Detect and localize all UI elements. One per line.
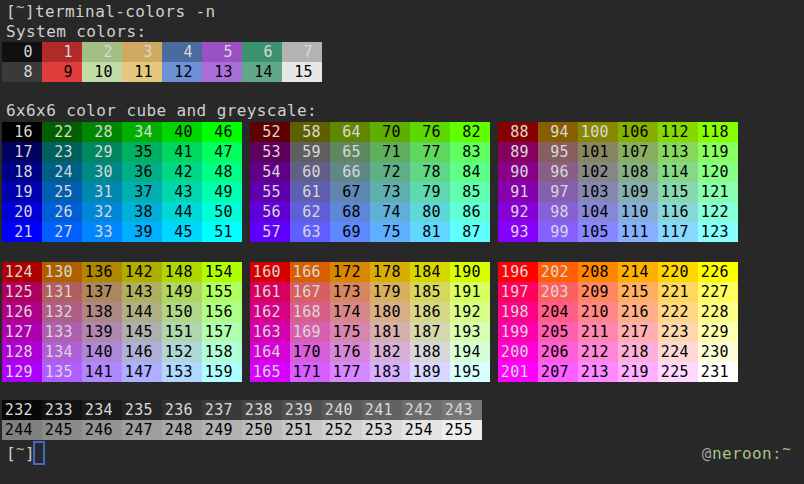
cube-cell-176: 176	[330, 342, 370, 362]
cube-cell-153: 153	[162, 362, 202, 382]
cube-cell-84: 84	[450, 162, 490, 182]
cube-cell-47: 47	[202, 142, 242, 162]
cube-cell-75: 75	[370, 222, 410, 242]
cube-cell-163: 163	[250, 322, 290, 342]
cube-cell-37: 37	[122, 182, 162, 202]
cube-cell-209: 209	[578, 282, 618, 302]
cube-cell-191: 191	[450, 282, 490, 302]
cube-cell-93: 93	[498, 222, 538, 242]
cube-cell-121: 121	[698, 182, 738, 202]
cube-cell-205: 205	[538, 322, 578, 342]
cube-cell-187: 187	[410, 322, 450, 342]
cube-cell-57: 57	[250, 222, 290, 242]
cube-cell-118: 118	[698, 122, 738, 142]
cube-cell-130: 130	[42, 262, 82, 282]
system-cell-8: 8	[2, 62, 42, 82]
prompt-line-top: [~]terminal-colors -n	[6, 2, 216, 22]
cube-cell-74: 74	[370, 202, 410, 222]
cube-cell-55: 55	[250, 182, 290, 202]
cube-cell-108: 108	[618, 162, 658, 182]
cube-cell-155: 155	[202, 282, 242, 302]
cube-cell-150: 150	[162, 302, 202, 322]
cube-cell-156: 156	[202, 302, 242, 322]
cube-cell-67: 67	[330, 182, 370, 202]
cube-cell-69: 69	[330, 222, 370, 242]
terminal-window[interactable]: [~]terminal-colors -n System colors: 012…	[0, 0, 804, 484]
cube-cell-227: 227	[698, 282, 738, 302]
cube-cell-140: 140	[82, 342, 122, 362]
cube-cell-115: 115	[658, 182, 698, 202]
cube-cell-44: 44	[162, 202, 202, 222]
cube-cell-33: 33	[82, 222, 122, 242]
cube-cell-100: 100	[578, 122, 618, 142]
cube-cell-136: 136	[82, 262, 122, 282]
cube-cell-169: 169	[290, 322, 330, 342]
cube-cell-211: 211	[578, 322, 618, 342]
cube-cell-226: 226	[698, 262, 738, 282]
cube-cell-17: 17	[2, 142, 42, 162]
cube-cell-98: 98	[538, 202, 578, 222]
cube-cell-221: 221	[658, 282, 698, 302]
grey-cell-251: 251	[282, 420, 322, 440]
cube-cell-94: 94	[538, 122, 578, 142]
cube-cell-210: 210	[578, 302, 618, 322]
cube-cell-171: 171	[290, 362, 330, 382]
cube-cell-104: 104	[578, 202, 618, 222]
cube-cell-24: 24	[42, 162, 82, 182]
cube-block-124-159: 1241301361421481541251311371431491551261…	[2, 262, 242, 382]
cube-cell-35: 35	[122, 142, 162, 162]
grey-cell-249: 249	[202, 420, 242, 440]
cube-cell-21: 21	[2, 222, 42, 242]
cube-cell-200: 200	[498, 342, 538, 362]
cube-cell-51: 51	[202, 222, 242, 242]
cube-cell-122: 122	[698, 202, 738, 222]
grey-cell-247: 247	[122, 420, 162, 440]
cube-cell-188: 188	[410, 342, 450, 362]
system-cell-7: 7	[282, 42, 322, 62]
cube-cell-212: 212	[578, 342, 618, 362]
system-cell-11: 11	[122, 62, 162, 82]
cube-cell-157: 157	[202, 322, 242, 342]
cube-cell-66: 66	[330, 162, 370, 182]
cube-cell-109: 109	[618, 182, 658, 202]
terminal-cursor	[33, 441, 45, 465]
status-colon: :	[772, 444, 782, 463]
cube-block-88-123: 8894100106112118899510110711311990961021…	[498, 122, 738, 242]
cube-cell-128: 128	[2, 342, 42, 362]
cube-cell-18: 18	[2, 162, 42, 182]
prompt-tilde: ~	[16, 441, 25, 457]
cube-cell-52: 52	[250, 122, 290, 142]
cube-cell-165: 165	[250, 362, 290, 382]
cube-cell-36: 36	[122, 162, 162, 182]
cube-cell-178: 178	[370, 262, 410, 282]
system-cell-13: 13	[202, 62, 242, 82]
grey-cell-234: 234	[82, 400, 122, 420]
cube-cell-88: 88	[498, 122, 538, 142]
cube-cell-149: 149	[162, 282, 202, 302]
cube-cell-63: 63	[290, 222, 330, 242]
cube-cell-142: 142	[122, 262, 162, 282]
cube-cell-144: 144	[122, 302, 162, 322]
prompt-bracket-close: ]	[25, 2, 35, 21]
cube-cell-167: 167	[290, 282, 330, 302]
cube-cell-132: 132	[42, 302, 82, 322]
system-cell-4: 4	[162, 42, 202, 62]
cube-cell-229: 229	[698, 322, 738, 342]
cube-cell-152: 152	[162, 342, 202, 362]
system-cell-6: 6	[242, 42, 282, 62]
cube-cell-173: 173	[330, 282, 370, 302]
cube-cell-101: 101	[578, 142, 618, 162]
prompt-line-bottom: [~]	[6, 444, 35, 464]
cube-cell-190: 190	[450, 262, 490, 282]
grey-cell-246: 246	[82, 420, 122, 440]
cube-cell-231: 231	[698, 362, 738, 382]
cube-cell-220: 220	[658, 262, 698, 282]
cube-cell-137: 137	[82, 282, 122, 302]
cube-cell-79: 79	[410, 182, 450, 202]
cube-cell-102: 102	[578, 162, 618, 182]
cube-cell-161: 161	[250, 282, 290, 302]
cube-cell-216: 216	[618, 302, 658, 322]
cube-cell-34: 34	[122, 122, 162, 142]
cube-cell-64: 64	[330, 122, 370, 142]
cube-cell-143: 143	[122, 282, 162, 302]
